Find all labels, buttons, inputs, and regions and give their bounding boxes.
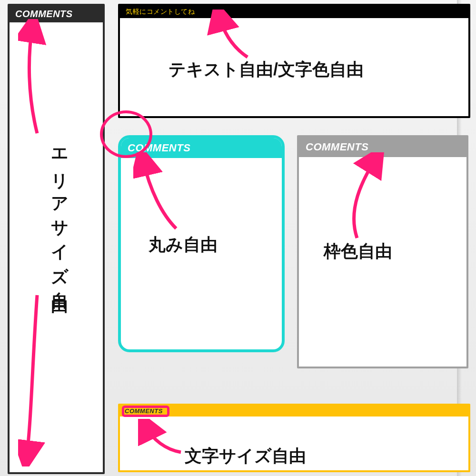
annotation-font-size: 文字サイズ自由: [185, 445, 306, 468]
annotation-text-color: テキスト自由/文字色自由: [169, 58, 364, 81]
panel-header: COMMENTS: [299, 137, 466, 157]
annotation-roundness: 丸み自由: [149, 233, 218, 257]
panel-header: COMMENTS: [120, 406, 468, 416]
panel-header: COMMENTS: [10, 6, 103, 22]
annotation-area-size: エリアサイズ自由: [48, 138, 71, 286]
panel-header: 気軽にコメントしてね: [120, 6, 468, 18]
annotation-border-color: 枠色自由: [324, 240, 392, 263]
box-mark-icon: [122, 406, 169, 417]
circle-mark-icon: [100, 110, 152, 158]
